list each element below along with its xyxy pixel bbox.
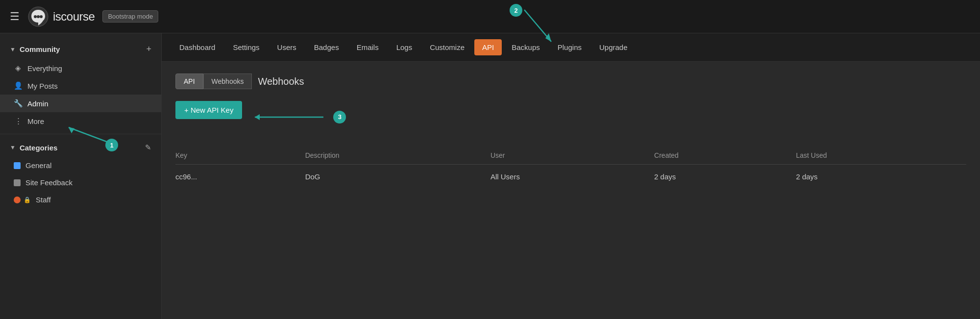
community-section-header[interactable]: ▼ Community + xyxy=(0,39,161,59)
tab-customize[interactable]: Customize xyxy=(422,39,472,55)
page-content: API Webhooks Webhooks + New API Key 3 xyxy=(162,62,980,319)
staff-lock-icon: 🔒 xyxy=(24,196,31,203)
annotation-3-arrow: 3 xyxy=(250,111,346,123)
layers-icon: ◈ xyxy=(14,64,23,73)
top-header: ☰ iscourse Bootstrap mode xyxy=(0,0,980,33)
tab-emails[interactable]: Emails xyxy=(349,39,387,55)
new-api-key-area: + New API Key 3 xyxy=(175,101,966,133)
sidebar-item-more[interactable]: ⋮ More xyxy=(0,112,161,130)
sidebar: ▼ Community + ◈ Everything 👤 My Posts 🔧 … xyxy=(0,33,162,319)
arrow-3-svg xyxy=(250,111,328,123)
logo-text: iscourse xyxy=(53,10,95,24)
categories-edit-icon[interactable]: ✎ xyxy=(145,143,151,152)
tab-plugins[interactable]: Plugins xyxy=(550,39,589,55)
tab-upgrade[interactable]: Upgrade xyxy=(591,39,636,55)
table-header-row: Key Description User Created Last Used xyxy=(175,147,966,165)
table-row[interactable]: cc96... DoG All Users 2 days 2 days xyxy=(175,165,966,189)
tab-users[interactable]: Users xyxy=(270,39,304,55)
logo-area[interactable]: iscourse xyxy=(27,6,95,27)
col-description: Description xyxy=(305,147,490,165)
tab-logs[interactable]: Logs xyxy=(389,39,420,55)
general-color-dot xyxy=(14,162,21,169)
api-keys-table: Key Description User Created Last Used c… xyxy=(175,147,966,189)
sidebar-divider-1 xyxy=(0,134,161,134)
cell-last-used: 2 days xyxy=(796,165,966,189)
content-area: Dashboard Settings Users Badges Emails L… xyxy=(162,33,980,319)
col-key: Key xyxy=(175,147,305,165)
community-chevron-icon: ▼ xyxy=(10,46,16,53)
tab-api[interactable]: API xyxy=(474,39,502,55)
cell-created: 2 days xyxy=(654,165,796,189)
tab-settings[interactable]: Settings xyxy=(225,39,267,55)
tab-dashboard[interactable]: Dashboard xyxy=(172,39,223,55)
sub-tab-webhooks-btn[interactable]: Webhooks xyxy=(203,74,252,89)
user-icon: 👤 xyxy=(14,81,23,90)
categories-section-header[interactable]: ▼ Categories ✎ xyxy=(0,138,161,157)
svg-point-1 xyxy=(34,15,37,18)
main-layout: ▼ Community + ◈ Everything 👤 My Posts 🔧 … xyxy=(0,33,980,319)
sidebar-item-my-posts[interactable]: 👤 My Posts xyxy=(0,77,161,95)
sub-tabs-area: API Webhooks Webhooks xyxy=(175,74,966,89)
svg-point-3 xyxy=(40,15,43,18)
sidebar-item-everything[interactable]: ◈ Everything xyxy=(0,59,161,77)
svg-marker-5 xyxy=(255,114,260,120)
new-api-key-button[interactable]: + New API Key xyxy=(175,101,242,119)
webhooks-heading: Webhooks xyxy=(258,76,304,87)
hamburger-icon[interactable]: ☰ xyxy=(10,11,20,22)
sidebar-item-admin[interactable]: 🔧 Admin xyxy=(0,95,161,112)
categories-chevron-icon: ▼ xyxy=(10,144,16,151)
sidebar-item-general[interactable]: General xyxy=(0,157,161,174)
cell-user: All Users xyxy=(490,165,654,189)
tab-backups[interactable]: Backups xyxy=(504,39,548,55)
sidebar-item-site-feedback[interactable]: Site Feedback xyxy=(0,174,161,191)
bootstrap-mode-badge: Bootstrap mode xyxy=(102,10,158,23)
cell-key: cc96... xyxy=(175,165,305,189)
wrench-icon: 🔧 xyxy=(14,99,23,108)
community-section-title: ▼ Community xyxy=(10,45,60,53)
col-user: User xyxy=(490,147,654,165)
col-created: Created xyxy=(654,147,796,165)
categories-section-title: ▼ Categories xyxy=(10,144,57,152)
svg-point-2 xyxy=(37,15,40,18)
annotation-circle-3: 3 xyxy=(333,111,346,123)
site-feedback-color-dot xyxy=(14,179,21,186)
nav-tabs: Dashboard Settings Users Badges Emails L… xyxy=(162,33,980,62)
staff-color-dot xyxy=(14,196,21,203)
ellipsis-icon: ⋮ xyxy=(14,117,23,125)
sidebar-item-staff[interactable]: 🔒 Staff xyxy=(0,191,161,208)
tab-badges[interactable]: Badges xyxy=(306,39,347,55)
sub-tab-api[interactable]: API xyxy=(175,74,203,89)
discourse-logo xyxy=(27,6,49,27)
community-add-icon[interactable]: + xyxy=(146,44,151,54)
cell-description: DoG xyxy=(305,165,490,189)
col-last-used: Last Used xyxy=(796,147,966,165)
